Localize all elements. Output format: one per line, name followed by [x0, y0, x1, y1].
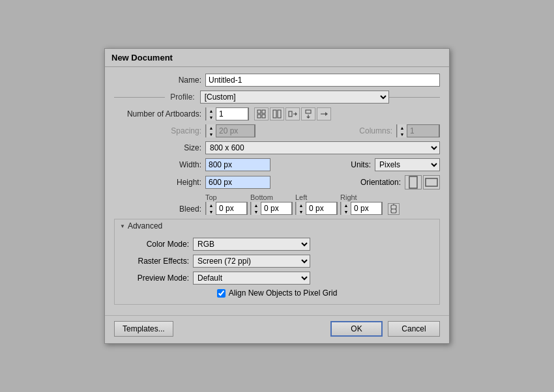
size-select[interactable]: 800 x 600 1024 x 768 1280 x 1024 1920 x … — [205, 141, 440, 154]
color-mode-row: Color Mode: RGB CMYK Grayscale — [121, 238, 433, 251]
spacing-up-btn[interactable]: ▲ — [207, 124, 216, 131]
columns-up-btn[interactable]: ▲ — [398, 124, 407, 131]
preview-mode-select[interactable]: Default Pixel Overprint — [193, 272, 310, 285]
right-arrow-icon[interactable] — [317, 107, 331, 120]
artboard-layout-icons — [254, 107, 331, 120]
preview-mode-label: Preview Mode: — [121, 273, 193, 283]
units-label: Units: — [336, 160, 375, 169]
profile-section-row: Profile: [Custom] Print Web Mobile — [114, 91, 440, 104]
columns-spinner: ▲ ▼ — [396, 124, 440, 137]
svg-rect-3 — [262, 115, 265, 118]
new-document-dialog: New Document Name: Profile: [Custom] Pri… — [104, 48, 450, 344]
dialog-footer: Templates... OK Cancel — [105, 315, 449, 343]
svg-rect-5 — [278, 110, 281, 118]
width-label: Width: — [114, 160, 205, 169]
bleed-top-input[interactable] — [216, 202, 247, 215]
bleed-link-btn[interactable] — [388, 203, 400, 215]
bleed-left-label: Left — [295, 193, 307, 201]
bleed-bottom-input[interactable] — [261, 202, 292, 215]
bleed-right-label: Right — [340, 193, 357, 201]
spacing-input[interactable] — [216, 124, 255, 137]
preview-mode-row: Preview Mode: Default Pixel Overprint — [121, 272, 433, 285]
columns-down-btn[interactable]: ▼ — [398, 131, 407, 137]
bleed-left-spinner: ▲ ▼ — [295, 202, 338, 215]
bleed-top-up-btn[interactable]: ▲ — [207, 202, 216, 208]
artboards-input[interactable] — [216, 107, 248, 120]
portrait-btn[interactable] — [405, 175, 422, 189]
align-pixel-grid-row: Align New Objects to Pixel Grid — [121, 288, 433, 298]
bleed-top-group: Top ▲ ▼ — [205, 193, 248, 215]
bleed-right-down-btn[interactable]: ▼ — [342, 208, 351, 215]
grid-col-icon[interactable] — [270, 107, 284, 120]
bleed-bottom-down-btn[interactable]: ▼ — [252, 208, 261, 215]
width-row: Width: Units: Pixels Inches Millimeters … — [114, 158, 440, 171]
advanced-triangle-icon: ▼ — [120, 223, 125, 229]
bleed-right-spinner: ▲ ▼ — [340, 202, 383, 215]
bleed-fields: Top ▲ ▼ Bottom — [205, 193, 400, 215]
bleed-left-down-btn[interactable]: ▼ — [297, 208, 306, 215]
bleed-left-group: Left ▲ ▼ — [295, 193, 338, 215]
spacing-down-btn[interactable]: ▼ — [207, 131, 216, 137]
advanced-body: Color Mode: RGB CMYK Grayscale Raster Ef… — [114, 232, 440, 305]
orientation-buttons — [405, 175, 440, 189]
bleed-bottom-label: Bottom — [250, 193, 273, 201]
width-input[interactable] — [205, 158, 270, 171]
bleed-bottom-spinner: ▲ ▼ — [250, 202, 293, 215]
dialog-title: New Document — [105, 49, 449, 67]
bleed-bottom-up-btn[interactable]: ▲ — [252, 202, 261, 208]
raster-effects-select[interactable]: Screen (72 ppi) Medium (150 ppi) High (3… — [193, 255, 310, 268]
ok-button[interactable]: OK — [330, 321, 383, 337]
height-row: Height: Orientation: — [114, 175, 440, 189]
advanced-header[interactable]: ▼ Advanced — [114, 219, 440, 232]
bleed-left-up-btn[interactable]: ▲ — [297, 202, 306, 208]
color-mode-label: Color Mode: — [121, 240, 193, 249]
align-pixel-grid-checkbox[interactable] — [217, 289, 226, 298]
size-row: Size: 800 x 600 1024 x 768 1280 x 1024 1… — [114, 141, 440, 154]
svg-marker-11 — [306, 117, 310, 119]
bleed-row: Bleed: Top ▲ ▼ — [114, 193, 440, 215]
bleed-right-spinner-btns: ▲ ▼ — [341, 202, 351, 215]
advanced-section: ▼ Advanced Color Mode: RGB CMYK Grayscal… — [114, 219, 440, 305]
height-input[interactable] — [205, 176, 270, 189]
bleed-top-label: Top — [205, 193, 217, 201]
bleed-bottom-group: Bottom ▲ ▼ — [250, 193, 293, 215]
section-line-left — [114, 97, 165, 98]
bleed-right-input[interactable] — [351, 202, 382, 215]
section-line-right — [389, 97, 440, 98]
profile-select[interactable]: [Custom] Print Web Mobile — [200, 91, 389, 104]
grid-layout-icon[interactable] — [254, 107, 269, 120]
artboards-up-btn[interactable]: ▲ — [207, 107, 216, 114]
cancel-button[interactable]: Cancel — [388, 321, 440, 337]
svg-rect-15 — [426, 178, 437, 186]
svg-marker-8 — [295, 112, 297, 116]
bleed-left-input[interactable] — [306, 202, 337, 215]
color-mode-select[interactable]: RGB CMYK Grayscale — [193, 238, 310, 251]
svg-marker-13 — [325, 112, 328, 116]
raster-effects-row: Raster Effects: Screen (72 ppi) Medium (… — [121, 255, 433, 268]
spacing-label: Spacing: — [114, 126, 205, 135]
bleed-right-group: Right ▲ ▼ — [340, 193, 383, 215]
columns-label: Columns: — [359, 126, 396, 135]
spacing-spinner: ▲ ▼ — [205, 124, 255, 137]
columns-input[interactable] — [407, 124, 439, 137]
align-pixel-grid-label: Align New Objects to Pixel Grid — [229, 288, 338, 298]
templates-button[interactable]: Templates... — [114, 321, 173, 337]
artboards-label: Number of Artboards: — [114, 109, 205, 119]
bleed-right-up-btn[interactable]: ▲ — [342, 202, 351, 208]
arrange-down-icon[interactable] — [301, 107, 315, 120]
svg-rect-2 — [257, 115, 261, 118]
arrange-right-icon[interactable] — [285, 107, 300, 120]
name-input[interactable] — [205, 74, 440, 87]
bleed-top-spinner-btns: ▲ ▼ — [206, 202, 216, 215]
bleed-top-down-btn[interactable]: ▼ — [207, 208, 216, 215]
artboards-down-btn[interactable]: ▼ — [207, 114, 216, 120]
columns-spinner-btns: ▲ ▼ — [397, 124, 407, 137]
landscape-btn[interactable] — [423, 175, 440, 189]
artboards-row: Number of Artboards: ▲ ▼ — [114, 107, 440, 120]
units-select[interactable]: Pixels Inches Millimeters Centimeters Po… — [375, 158, 440, 171]
bleed-bottom-spinner-btns: ▲ ▼ — [251, 202, 261, 215]
size-label: Size: — [114, 143, 205, 152]
profile-label: Profile: — [165, 92, 199, 102]
footer-right-buttons: OK Cancel — [330, 321, 440, 337]
name-row: Name: — [114, 74, 440, 87]
